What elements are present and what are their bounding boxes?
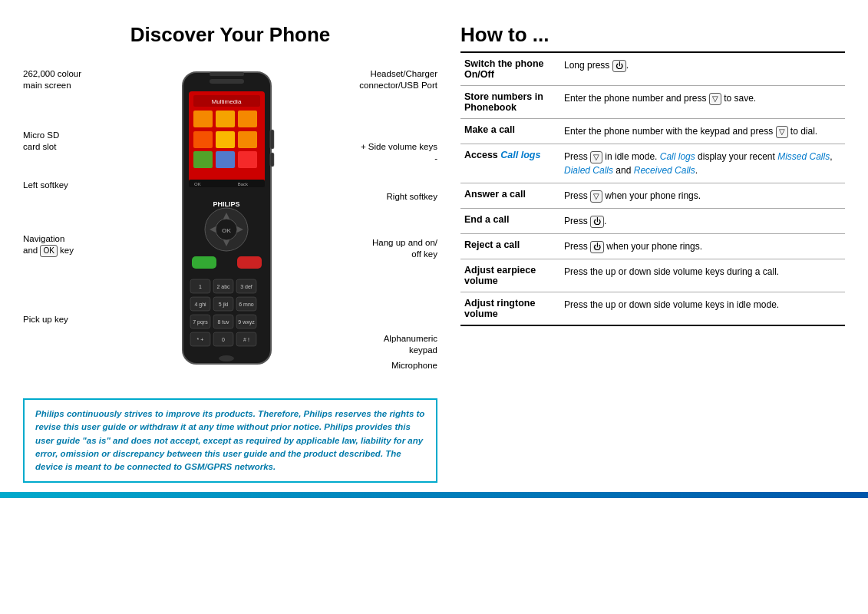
action-reject: Reject a call bbox=[460, 234, 560, 259]
svg-text:OK: OK bbox=[194, 182, 201, 187]
label-volume: + Side volume keys- bbox=[361, 141, 437, 164]
svg-text:3 def: 3 def bbox=[240, 284, 252, 289]
svg-rect-25 bbox=[192, 256, 216, 269]
desc-switch: Long press ⏻. bbox=[560, 53, 845, 86]
label-headset: Headset/Chargerconnector/USB Port bbox=[359, 68, 437, 91]
logs-key-icon: ▽ bbox=[590, 151, 602, 163]
action-call: Make a call bbox=[460, 119, 560, 144]
table-row: Store numbers in Phonebook Enter the pho… bbox=[460, 86, 845, 119]
save-key-icon: ▽ bbox=[709, 93, 721, 105]
svg-text:7 pqrs: 7 pqrs bbox=[193, 319, 208, 325]
svg-rect-26 bbox=[237, 256, 262, 269]
svg-rect-7 bbox=[238, 111, 257, 127]
svg-rect-5 bbox=[193, 111, 213, 127]
desc-end: Press ⏻. bbox=[560, 209, 845, 234]
answer-key-icon: ▽ bbox=[590, 190, 602, 203]
desc-store: Enter the phone number and press ▽ to sa… bbox=[560, 86, 845, 119]
svg-text:Multimedia: Multimedia bbox=[211, 98, 241, 105]
table-row: Adjust ringtone volume Press the up or d… bbox=[460, 292, 845, 326]
label-hangup: Hang up and on/off key bbox=[372, 237, 437, 260]
action-earpiece: Adjust earpiece volume bbox=[460, 259, 560, 292]
label-leftsoftkey: Left softkey bbox=[23, 180, 68, 191]
svg-rect-54 bbox=[210, 72, 244, 76]
table-row: End a call Press ⏻. bbox=[460, 209, 845, 234]
svg-text:0: 0 bbox=[222, 337, 225, 342]
table-row: Switch the phone On/Off Long press ⏻. bbox=[460, 53, 845, 86]
svg-rect-1 bbox=[210, 79, 244, 84]
action-switch: Switch the phone On/Off bbox=[460, 53, 560, 86]
phone-image: Multimedia OK Back PHILIPS bbox=[115, 61, 338, 383]
power-key-icon: ⏻ bbox=[612, 60, 626, 72]
svg-rect-10 bbox=[238, 131, 257, 148]
svg-rect-11 bbox=[193, 151, 213, 168]
phone-section: 262,000 colourmain screen Micro SDcard s… bbox=[23, 61, 437, 383]
svg-text:9 wxyz: 9 wxyz bbox=[238, 319, 255, 325]
label-pickup: Pick up key bbox=[23, 314, 68, 325]
right-column: How to ... Switch the phone On/Off Long … bbox=[460, 23, 845, 483]
left-title: Discover Your Phone bbox=[23, 23, 437, 47]
label-microphone: Microphone bbox=[391, 360, 437, 371]
svg-rect-9 bbox=[216, 131, 235, 148]
table-row: Access Call logs Press ▽ in idle mode. C… bbox=[460, 144, 845, 183]
disclaimer-text: Philips continuously strives to improve … bbox=[35, 409, 424, 471]
labels-left: 262,000 colourmain screen Micro SDcard s… bbox=[23, 61, 115, 383]
table-row: Answer a call Press ▽ when your phone ri… bbox=[460, 183, 845, 209]
svg-rect-52 bbox=[270, 130, 274, 149]
call-logs-link2: Call logs bbox=[660, 151, 695, 162]
label-microsd: Micro SDcard slot bbox=[23, 130, 59, 153]
right-title: How to ... bbox=[460, 23, 845, 53]
desc-reject: Press ⏻ when your phone rings. bbox=[560, 234, 845, 259]
action-answer: Answer a call bbox=[460, 183, 560, 209]
left-column: Discover Your Phone 262,000 colourmain s… bbox=[23, 23, 437, 483]
action-access: Access Call logs bbox=[460, 144, 560, 183]
action-store: Store numbers in Phonebook bbox=[460, 86, 560, 119]
svg-text:4 ghi: 4 ghi bbox=[194, 302, 206, 308]
svg-text:6 mno: 6 mno bbox=[239, 302, 254, 307]
disclaimer-box: Philips continuously strives to improve … bbox=[23, 398, 437, 483]
svg-text:5 jkl: 5 jkl bbox=[218, 302, 228, 308]
svg-text:1: 1 bbox=[199, 284, 202, 289]
svg-text:PHILIPS: PHILIPS bbox=[213, 200, 239, 208]
bottom-bar bbox=[0, 492, 868, 498]
desc-call: Enter the phone number with the keypad a… bbox=[560, 119, 845, 144]
reject-key-icon: ⏻ bbox=[590, 241, 604, 253]
svg-rect-12 bbox=[216, 151, 235, 168]
svg-text:# !: # ! bbox=[243, 337, 249, 342]
desc-ringtone: Press the up or down side volume keys in… bbox=[560, 292, 845, 326]
call-logs-link: Call logs bbox=[500, 150, 540, 160]
table-row: Adjust earpiece volume Press the up or d… bbox=[460, 259, 845, 292]
label-rightsoftkey: Right softkey bbox=[387, 191, 437, 203]
dial-key-icon: ▽ bbox=[776, 126, 788, 138]
svg-text:Back: Back bbox=[237, 182, 248, 187]
label-colour: 262,000 colourmain screen bbox=[23, 68, 81, 91]
svg-rect-53 bbox=[270, 153, 274, 167]
labels-right: Headset/Chargerconnector/USB Port + Side… bbox=[338, 61, 437, 383]
table-row: Make a call Enter the phone number with … bbox=[460, 119, 845, 144]
phone-drawing: Multimedia OK Back PHILIPS bbox=[167, 68, 286, 375]
svg-rect-8 bbox=[193, 131, 213, 148]
svg-text:OK: OK bbox=[222, 227, 231, 234]
svg-text:* +: * + bbox=[196, 337, 203, 342]
svg-text:8 tuv: 8 tuv bbox=[217, 319, 229, 325]
ok-key-icon: OK bbox=[40, 245, 57, 257]
page: Discover Your Phone 262,000 colourmain s… bbox=[0, 0, 868, 483]
desc-access: Press ▽ in idle mode. Call logs display … bbox=[560, 144, 845, 183]
action-ringtone: Adjust ringtone volume bbox=[460, 292, 560, 326]
action-end: End a call bbox=[460, 209, 560, 234]
received-calls-link: Received Calls bbox=[634, 165, 695, 176]
howto-table: Switch the phone On/Off Long press ⏻. St… bbox=[460, 53, 845, 326]
svg-rect-13 bbox=[238, 151, 257, 168]
end-key-icon: ⏻ bbox=[590, 216, 604, 228]
label-alphanumeric: Alphanumerickeypad bbox=[384, 333, 437, 356]
table-row: Reject a call Press ⏻ when your phone ri… bbox=[460, 234, 845, 259]
svg-rect-6 bbox=[216, 111, 235, 127]
desc-answer: Press ▽ when your phone rings. bbox=[560, 183, 845, 209]
dialed-calls-link: Dialed Calls bbox=[564, 165, 613, 176]
desc-earpiece: Press the up or down side volume keys du… bbox=[560, 259, 845, 292]
svg-point-51 bbox=[219, 355, 234, 361]
missed-calls-link: Missed Calls bbox=[777, 151, 830, 162]
label-nav: Navigationand OK key bbox=[23, 233, 74, 257]
svg-text:2 abc: 2 abc bbox=[216, 284, 230, 289]
